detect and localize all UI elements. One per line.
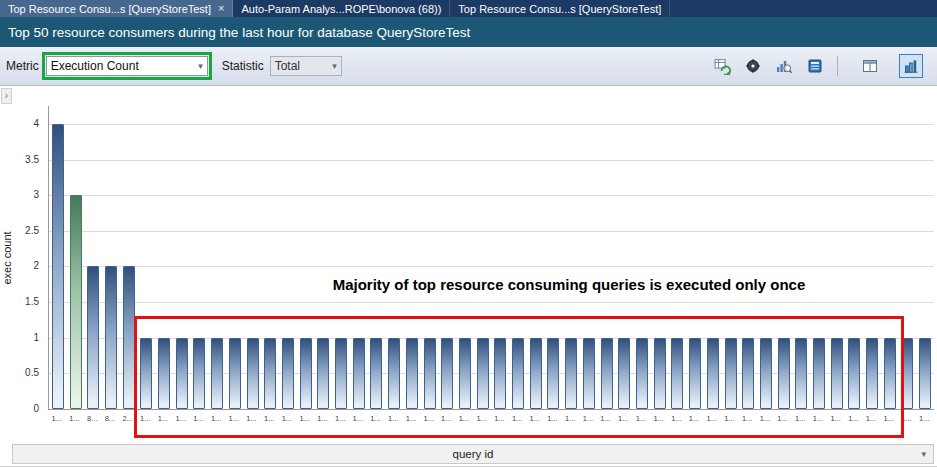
x-tick-label: 1... — [530, 414, 540, 423]
x-tick-label: 1... — [282, 414, 292, 423]
bar[interactable] — [742, 338, 754, 409]
statistic-label: Statistic — [222, 59, 264, 73]
chevron-down-icon: ▾ — [332, 61, 337, 71]
x-tick-label: 1... — [158, 414, 168, 423]
bar[interactable] — [353, 338, 365, 409]
y-tick-label: 3 — [6, 189, 44, 200]
bar[interactable] — [866, 338, 878, 409]
ssms-query-store-window: Top Resource Consu...s [QueryStoreTest] … — [0, 0, 937, 467]
bar[interactable] — [547, 338, 559, 409]
x-tick-label: 1... — [777, 414, 787, 423]
y-axis-ticks: 00.511.522.533.54 — [6, 106, 44, 410]
annotation-text: Majority of top resource consuming queri… — [279, 276, 859, 293]
bar[interactable] — [123, 266, 135, 409]
tab-label: Top Resource Consu...s [QueryStoreTest] — [458, 3, 661, 15]
configure-pane-icon[interactable] — [803, 54, 827, 78]
bar[interactable] — [831, 338, 843, 409]
bar[interactable] — [919, 338, 931, 409]
x-tick-label: 1... — [52, 414, 62, 423]
tab-label: Auto-Param Analys...ROPE\bonova (68)) — [241, 3, 441, 15]
bar[interactable] — [512, 338, 524, 409]
bar[interactable] — [601, 338, 613, 409]
x-tick-label: 1... — [211, 414, 221, 423]
grid-view-icon-glyph — [862, 58, 878, 74]
metric-dropdown[interactable]: Execution Count ▾ — [46, 56, 208, 76]
bar[interactable] — [813, 338, 825, 409]
bar[interactable] — [901, 338, 913, 409]
bar[interactable] — [636, 338, 648, 409]
bar[interactable] — [725, 338, 737, 409]
toolbar: Metric Execution Count ▾ Statistic Total… — [0, 47, 937, 86]
document-tab-bar: Top Resource Consu...s [QueryStoreTest] … — [0, 0, 937, 17]
bar[interactable] — [778, 338, 790, 409]
y-tick-label: 3.5 — [6, 154, 44, 165]
y-tick-label: 2.5 — [6, 225, 44, 236]
view-toolbar — [710, 54, 933, 78]
x-tick-label: 1... — [370, 414, 380, 423]
bar[interactable] — [388, 338, 400, 409]
bar[interactable] — [282, 338, 294, 409]
bar[interactable] — [848, 338, 860, 409]
statistic-dropdown[interactable]: Total ▾ — [270, 56, 342, 76]
track-query-icon[interactable] — [741, 54, 765, 78]
tab-label: Top Resource Consu...s [QueryStoreTest] — [8, 3, 211, 15]
collapse-pane-button[interactable]: › — [1, 88, 12, 104]
bar[interactable] — [300, 338, 312, 409]
bar[interactable] — [459, 338, 471, 409]
tab-top-resource-consumers-active[interactable]: Top Resource Consu...s [QueryStoreTest] … — [0, 0, 233, 17]
chart-zoom-icon-glyph — [776, 58, 792, 74]
y-tick-label: 1 — [6, 332, 44, 343]
chevron-down-icon: ▾ — [921, 449, 926, 459]
bar[interactable] — [424, 338, 436, 409]
bar[interactable] — [654, 338, 666, 409]
bar[interactable] — [583, 338, 595, 409]
bar[interactable] — [671, 338, 683, 409]
x-tick-label: 1... — [229, 414, 239, 423]
bar-highlighted-green[interactable] — [70, 195, 82, 409]
bar[interactable] — [264, 338, 276, 409]
x-tick-label: 1... — [760, 414, 770, 423]
bar[interactable] — [530, 338, 542, 409]
bar[interactable] — [317, 338, 329, 409]
bar[interactable] — [335, 338, 347, 409]
x-tick-label: 1... — [388, 414, 398, 423]
refresh-icon[interactable] — [710, 54, 734, 78]
bar[interactable] — [176, 338, 188, 409]
close-tab-icon[interactable]: × — [218, 3, 224, 14]
bar[interactable] — [760, 338, 772, 409]
bar[interactable] — [211, 338, 223, 409]
bar[interactable] — [689, 338, 701, 409]
bar[interactable] — [406, 338, 418, 409]
x-tick-label: 1... — [299, 414, 309, 423]
bar[interactable] — [229, 338, 241, 409]
bar[interactable] — [441, 338, 453, 409]
bar[interactable] — [477, 338, 489, 409]
bar[interactable] — [193, 338, 205, 409]
bar[interactable] — [370, 338, 382, 409]
bar[interactable] — [795, 338, 807, 409]
bar[interactable] — [565, 338, 577, 409]
gridline — [49, 195, 934, 196]
report-title: Top 50 resource consumers during the las… — [8, 25, 470, 40]
bar[interactable] — [87, 266, 99, 409]
bar[interactable] — [618, 338, 630, 409]
x-tick-label: 1... — [901, 414, 911, 423]
x-axis-title-dropdown[interactable]: query id ▾ — [12, 444, 934, 464]
bar[interactable] — [247, 338, 259, 409]
bar[interactable] — [52, 124, 64, 409]
bar[interactable] — [707, 338, 719, 409]
tab-top-resource-consumers-2[interactable]: Top Resource Consu...s [QueryStoreTest] — [450, 0, 670, 17]
tab-auto-param-analysis[interactable]: Auto-Param Analys...ROPE\bonova (68)) — [233, 0, 450, 17]
gridline — [49, 160, 934, 161]
x-tick-label: 8... — [87, 414, 97, 423]
chevron-down-icon: ▾ — [198, 61, 203, 71]
x-tick-label: 1... — [724, 414, 734, 423]
grid-view-icon[interactable] — [858, 54, 882, 78]
bar[interactable] — [494, 338, 506, 409]
bar[interactable] — [158, 338, 170, 409]
bar[interactable] — [105, 266, 117, 409]
chart-zoom-icon[interactable] — [772, 54, 796, 78]
bar[interactable] — [140, 338, 152, 409]
chart-view-icon[interactable] — [899, 54, 923, 78]
bar[interactable] — [884, 338, 896, 409]
